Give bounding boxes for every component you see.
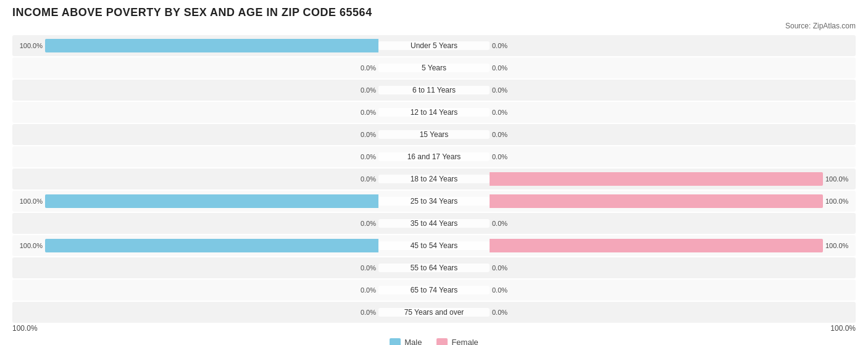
bar-row: 0.0%18 to 24 Years100.0% xyxy=(12,168,856,189)
legend-male-label: Male xyxy=(404,338,422,345)
male-value-label: 0.0% xyxy=(353,286,376,294)
female-section: 0.0% xyxy=(490,35,856,56)
female-section: 0.0% xyxy=(490,302,856,323)
male-value-label: 100.0% xyxy=(19,197,43,205)
female-value-label: 100.0% xyxy=(825,242,849,249)
legend-female: Female xyxy=(436,338,478,345)
bar-row: 0.0%75 Years and over0.0% xyxy=(12,302,856,323)
age-label: 18 to 24 Years xyxy=(378,175,490,183)
chart-title: INCOME ABOVE POVERTY BY SEX AND AGE IN Z… xyxy=(12,6,856,19)
age-label: Under 5 Years xyxy=(378,41,490,50)
age-label: 75 Years and over xyxy=(378,308,490,317)
female-section: 0.0% xyxy=(490,213,856,234)
male-section: 0.0% xyxy=(12,146,378,167)
male-section: 0.0% xyxy=(12,80,378,101)
source-label: Source: ZipAtlas.com xyxy=(12,22,856,30)
male-value-label: 0.0% xyxy=(353,153,376,160)
male-section: 0.0% xyxy=(12,168,378,189)
male-value-label: 0.0% xyxy=(353,220,376,227)
male-value-label: 0.0% xyxy=(353,131,376,138)
female-section: 100.0% xyxy=(490,191,856,212)
chart-area: 100.0%Under 5 Years0.0%0.0%5 Years0.0%0.… xyxy=(12,35,856,323)
male-value-label: 0.0% xyxy=(353,86,376,94)
female-section: 0.0% xyxy=(490,102,856,123)
female-bar xyxy=(490,194,823,208)
male-value-label: 0.0% xyxy=(353,309,376,316)
female-value-label: 0.0% xyxy=(492,86,515,94)
bottom-values: 100.0% 100.0% xyxy=(12,324,856,333)
female-value-label: 0.0% xyxy=(492,64,515,72)
bar-row: 0.0%55 to 64 Years0.0% xyxy=(12,257,856,278)
male-value-label: 100.0% xyxy=(19,42,43,49)
female-value-label: 0.0% xyxy=(492,109,515,116)
age-label: 25 to 34 Years xyxy=(378,197,490,206)
bar-row: 100.0%Under 5 Years0.0% xyxy=(12,35,856,56)
male-bar xyxy=(45,39,378,52)
male-section: 100.0% xyxy=(12,235,378,256)
female-section: 0.0% xyxy=(490,57,856,78)
male-section: 0.0% xyxy=(12,57,378,78)
female-section: 0.0% xyxy=(490,280,856,301)
male-value-label: 0.0% xyxy=(353,64,376,72)
bar-row: 0.0%65 to 74 Years0.0% xyxy=(12,280,856,301)
bar-row: 0.0%6 to 11 Years0.0% xyxy=(12,80,856,101)
male-section: 0.0% xyxy=(12,213,378,234)
male-bar xyxy=(45,239,378,252)
bottom-left-value: 100.0% xyxy=(12,324,38,333)
bar-row: 0.0%5 Years0.0% xyxy=(12,57,856,78)
female-value-label: 0.0% xyxy=(492,131,515,138)
male-section: 0.0% xyxy=(12,257,378,278)
age-label: 45 to 54 Years xyxy=(378,241,490,250)
male-section: 0.0% xyxy=(12,280,378,301)
male-value-label: 0.0% xyxy=(353,264,376,272)
legend-male: Male xyxy=(390,338,422,345)
female-value-label: 0.0% xyxy=(492,309,515,316)
female-value-label: 100.0% xyxy=(825,175,849,183)
male-section: 0.0% xyxy=(12,124,378,145)
age-label: 6 to 11 Years xyxy=(378,86,490,94)
female-section: 100.0% xyxy=(490,235,856,256)
male-value-label: 0.0% xyxy=(353,109,376,116)
bar-row: 0.0%15 Years0.0% xyxy=(12,124,856,145)
legend-male-box xyxy=(390,338,401,346)
male-bar xyxy=(45,194,378,208)
age-label: 5 Years xyxy=(378,64,490,72)
age-label: 12 to 14 Years xyxy=(378,108,490,117)
legend: Male Female xyxy=(12,338,856,345)
female-value-label: 0.0% xyxy=(492,286,515,294)
female-value-label: 100.0% xyxy=(825,197,849,205)
male-section: 0.0% xyxy=(12,302,378,323)
age-label: 16 and 17 Years xyxy=(378,152,490,161)
bottom-right-value: 100.0% xyxy=(830,324,856,333)
bar-row: 100.0%45 to 54 Years100.0% xyxy=(12,235,856,256)
age-label: 35 to 44 Years xyxy=(378,219,490,228)
male-section: 100.0% xyxy=(12,191,378,212)
legend-female-box xyxy=(436,338,448,346)
age-label: 65 to 74 Years xyxy=(378,286,490,294)
male-section: 0.0% xyxy=(12,102,378,123)
age-label: 55 to 64 Years xyxy=(378,264,490,272)
female-section: 0.0% xyxy=(490,257,856,278)
female-section: 0.0% xyxy=(490,124,856,145)
bar-row: 0.0%16 and 17 Years0.0% xyxy=(12,146,856,167)
male-value-label: 0.0% xyxy=(353,175,376,183)
female-section: 0.0% xyxy=(490,80,856,101)
legend-female-label: Female xyxy=(451,338,478,345)
bar-row: 100.0%25 to 34 Years100.0% xyxy=(12,191,856,212)
bar-row: 0.0%12 to 14 Years0.0% xyxy=(12,102,856,123)
female-section: 0.0% xyxy=(490,146,856,167)
age-label: 15 Years xyxy=(378,130,490,139)
female-value-label: 0.0% xyxy=(492,42,515,49)
male-value-label: 100.0% xyxy=(19,242,43,249)
bar-row: 0.0%35 to 44 Years0.0% xyxy=(12,213,856,234)
female-value-label: 0.0% xyxy=(492,220,515,227)
female-bar xyxy=(490,239,823,252)
female-value-label: 0.0% xyxy=(492,153,515,160)
female-section: 100.0% xyxy=(490,168,856,189)
male-section: 100.0% xyxy=(12,35,378,56)
female-value-label: 0.0% xyxy=(492,264,515,272)
female-bar xyxy=(490,172,823,186)
